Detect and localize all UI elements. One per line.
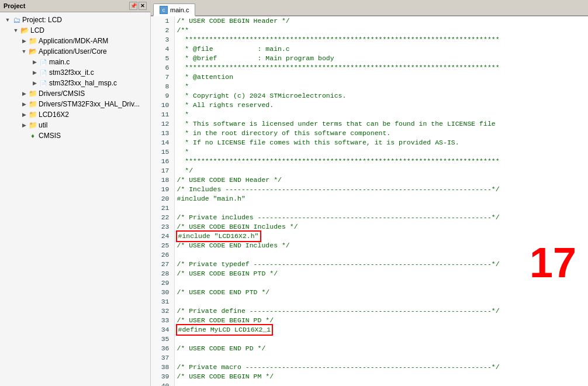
drivers-stm32-label: Drivers/STM32F3xx_HAL_Driv... [39,100,140,108]
diamond-cmsis-icon: ♦ [28,131,37,140]
table-row: 4 * @file : main.c [151,44,588,54]
line-code [174,250,588,260]
line-code: ****************************************… [174,35,588,44]
table-row: 2/** [151,26,588,35]
table-row: 18/* USER CODE END Header */ [151,175,588,185]
sidebar-item-hal-msp[interactable]: ▶ 📄 stm32f3xx_hal_msp.c [0,78,150,88]
table-row: 20#include "main.h" [151,194,588,204]
folder-icon: 📂 [20,26,29,35]
expand-util: ▶ [20,121,28,129]
line-number: 31 [151,297,174,306]
expand-user-core: ▼ [20,47,28,56]
line-code: * Copyright (c) 2024 STMicroelectronics. [174,91,588,101]
table-row: 28/* USER CODE BEGIN PTD */ [151,269,588,278]
sidebar-item-main-c[interactable]: ▶ 📄 main.c [0,57,150,67]
editor-area: c main.c 17 1/* USER CODE BEGIN Header *… [151,0,588,386]
line-number: 9 [151,91,174,101]
table-row: 3 **************************************… [151,35,588,44]
line-code: #define MyLCD LCD16X2_1 [174,325,588,335]
line-number: 7 [151,73,174,82]
table-row: 16 *************************************… [151,157,588,166]
line-code: * [174,110,588,119]
expand-icon-lcd: ▼ [12,26,20,35]
table-row: 32/* Private define --------------------… [151,306,588,316]
line-number: 2 [151,26,174,35]
sidebar-item-project[interactable]: ▼ 🗂 Project: LCD [0,15,150,25]
sidebar-tree: ▼ 🗂 Project: LCD ▼ 📂 LCD ▶ 📁 Application… [0,12,150,386]
close-sidebar-icon[interactable]: ✕ [139,2,147,10]
table-row: 31 [151,297,588,306]
project-label: Project: LCD [22,16,62,24]
code-table: 1/* USER CODE BEGIN Header */2/**3 *****… [151,16,588,386]
tab-main-c[interactable]: c main.c [153,4,195,16]
table-row: 17 */ [151,166,588,175]
code-container[interactable]: 17 1/* USER CODE BEGIN Header */2/**3 **… [151,16,588,386]
tab-label: main.c [170,6,189,13]
folder-drivers-stm32-icon: 📁 [28,99,37,109]
line-number: 13 [151,129,174,138]
line-number: 1 [151,16,174,26]
line-code [174,335,588,344]
line-code: /* USER CODE BEGIN Includes */ [174,222,588,232]
sidebar-title: Project [4,2,25,9]
line-number: 26 [151,250,174,260]
line-code: * [174,82,588,91]
sidebar-item-lcd[interactable]: ▼ 📂 LCD [0,25,150,36]
line-number: 30 [151,288,174,297]
line-number: 8 [151,82,174,91]
expand-mdk: ▶ [20,37,28,45]
file-main-c-icon: 📄 [39,57,48,67]
table-row: 9 * Copyright (c) 2024 STMicroelectronic… [151,91,588,101]
line-code: */ [174,166,588,175]
sidebar-header: Project 📌 ✕ [0,0,150,12]
sidebar-item-lcd16x2[interactable]: ▶ 📁 LCD16X2 [0,109,150,120]
line-code: * All rights reserved. [174,101,588,110]
table-row: 1/* USER CODE BEGIN Header */ [151,16,588,26]
line-code: /* USER CODE END Header */ [174,175,588,185]
folder-util-icon: 📁 [28,120,37,130]
sidebar-item-mdk[interactable]: ▶ 📁 Application/MDK-ARM [0,36,150,46]
table-row: 34#define MyLCD LCD16X2_1 [151,325,588,335]
line-number: 19 [151,185,174,194]
main-c-label: main.c [49,58,70,66]
highlighted-code: #define MyLCD LCD16X2_1 [177,325,272,335]
line-code: /* Private macro -----------------------… [174,363,588,372]
sidebar-item-cmsis[interactable]: ♦ CMSIS [0,130,150,141]
table-row: 5 * @brief : Main program body [151,54,588,63]
line-number: 18 [151,175,174,185]
line-number: 35 [151,335,174,344]
sidebar-item-drivers-cmsis[interactable]: ▶ 📁 Drivers/CMSIS [0,88,150,99]
line-code: * @file : main.c [174,44,588,54]
line-number: 37 [151,353,174,363]
expand-hal-msp: ▶ [30,79,39,87]
table-row: 24#include "LCD16X2.h" [151,232,588,241]
line-code: /* USER CODE BEGIN PM */ [174,372,588,381]
tab-file-icon: c [160,6,168,14]
folder-drivers-cmsis-icon: 📁 [28,89,37,98]
pin-icon[interactable]: 📌 [129,2,137,10]
line-code [174,353,588,363]
sidebar-item-util[interactable]: ▶ 📁 util [0,120,150,130]
sidebar-item-stm32-it[interactable]: ▶ 📄 stm32f3xx_it.c [0,67,150,78]
line-number: 40 [151,381,174,386]
expand-main-c: ▶ [30,58,39,66]
table-row: 8 * [151,82,588,91]
table-row: 26 [151,250,588,260]
line-number: 3 [151,35,174,44]
line-code: /* USER CODE END Includes */ [174,241,588,250]
line-number: 17 [151,166,174,175]
line-code: /* USER CODE BEGIN Header */ [174,16,588,26]
table-row: 11 * [151,110,588,119]
line-number: 14 [151,138,174,147]
sidebar-item-user-core[interactable]: ▼ 📂 Application/User/Core [0,46,150,57]
table-row: 36/* USER CODE END PD */ [151,344,588,353]
line-number: 5 [151,54,174,63]
line-code: * in the root directory of this software… [174,129,588,138]
table-row: 21 [151,204,588,213]
sidebar-item-drivers-stm32[interactable]: ▶ 📁 Drivers/STM32F3xx_HAL_Driv... [0,99,150,109]
table-row: 37 [151,353,588,363]
hal-msp-label: stm32f3xx_hal_msp.c [49,79,117,87]
line-number: 38 [151,363,174,372]
line-code: /* USER CODE END PTD */ [174,288,588,297]
line-code: /** [174,26,588,35]
